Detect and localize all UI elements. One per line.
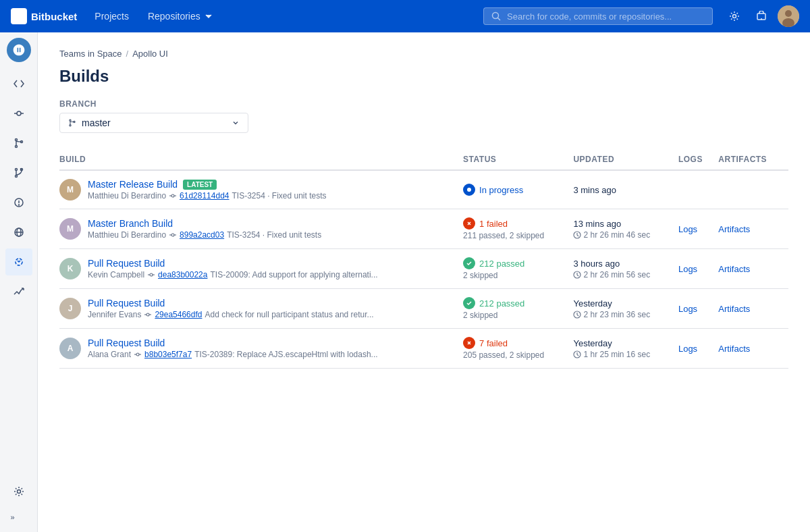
logs-link[interactable]: Logs (678, 224, 697, 234)
build-name-link[interactable]: Master Branch Build (88, 218, 173, 229)
app-name: Bitbucket (31, 11, 77, 22)
status-sub: 2 skipped (463, 311, 565, 320)
updated-sub: 1 hr 25 min 16 sec (573, 350, 670, 359)
builds-table: Build Status Updated Logs Artifacts M Ma… (59, 149, 788, 369)
updated-cell: 3 mins ago (573, 185, 670, 195)
sidebar-deploys-icon[interactable] (5, 278, 32, 305)
logs-link[interactable]: Logs (678, 344, 697, 354)
breadcrumb-org[interactable]: Teams in Space (59, 49, 122, 59)
status-label: In progress (479, 185, 523, 195)
build-name-link[interactable]: Pull Request Build (88, 338, 165, 348)
duration: 2 hr 26 min 46 sec (583, 230, 650, 240)
svg-point-11 (15, 139, 17, 141)
artifacts-link[interactable]: Artifacts (718, 264, 750, 274)
author-name: Alana Grant (88, 350, 131, 359)
commit-message: Add check for null participant status an… (205, 310, 373, 319)
build-meta: Alana Grant b8b03e5f7a7 TIS-20389: Repla… (88, 350, 378, 359)
svg-point-47 (146, 313, 149, 316)
commit-message: TIS-3254 · Fixed unit tests (227, 230, 321, 240)
dropdown-chevron-icon (232, 119, 240, 127)
svg-point-37 (171, 234, 174, 236)
build-name-row: Pull Request Build (88, 298, 374, 309)
status-icon (463, 184, 475, 196)
author-avatar: J (59, 298, 81, 319)
build-cell: M Master Release Build LATEST Matthieu D… (59, 179, 455, 201)
notifications-icon[interactable] (751, 5, 772, 27)
svg-point-2 (733, 15, 736, 18)
sidebar-settings-icon[interactable] (5, 478, 32, 505)
status-main: 1 failed (463, 217, 565, 230)
build-info: Master Release Build LATEST Matthieu Di … (88, 179, 327, 201)
breadcrumb-repo[interactable]: Apollo UI (132, 49, 168, 59)
build-name-row: Pull Request Build (88, 338, 378, 348)
commit-message: TIS-3254 · Fixed unit tests (232, 191, 326, 201)
clock-icon (573, 271, 581, 279)
status-sub: 211 passed, 2 skipped (463, 231, 565, 240)
branch-icon (68, 119, 76, 127)
col-build: Build (59, 149, 463, 170)
author-avatar: K (59, 258, 81, 280)
status-icon (463, 297, 475, 309)
sidebar-expand-button[interactable]: » (5, 508, 32, 527)
commit-hash-link[interactable]: 29ea5466dfd (155, 310, 202, 319)
sidebar-pipelines-icon[interactable] (5, 248, 32, 275)
chevron-down-icon (203, 11, 214, 22)
breadcrumb-sep: / (126, 49, 129, 59)
status-cell: 7 failed 205 passed, 2 skipped (463, 337, 565, 360)
build-info: Pull Request Build Kevin Campbell dea83b… (88, 258, 378, 280)
build-cell: M Master Branch Build Matthieu Di Berard… (59, 218, 455, 240)
top-navigation: Bitbucket Projects Repositories (0, 0, 810, 32)
commit-message: TIS-20009: Add support for applying alte… (210, 270, 377, 280)
commit-hash-link[interactable]: dea83b0022a (158, 270, 207, 280)
build-info: Master Branch Build Matthieu Di Berardin… (88, 218, 321, 240)
artifacts-link[interactable]: Artifacts (718, 224, 750, 234)
search-bar[interactable] (483, 7, 713, 25)
app-logo[interactable]: Bitbucket (11, 8, 77, 24)
branch-value: master (82, 117, 226, 128)
artifacts-link[interactable]: Artifacts (718, 304, 750, 314)
logs-link[interactable]: Logs (678, 264, 697, 274)
sidebar-commits-icon[interactable] (5, 100, 32, 127)
artifacts-link[interactable]: Artifacts (718, 344, 750, 354)
branch-selector[interactable]: master (59, 113, 248, 133)
page-title: Builds (59, 67, 788, 86)
svg-point-12 (15, 146, 17, 148)
topnav-icons (724, 5, 799, 27)
sidebar-wiki-icon[interactable] (5, 219, 32, 246)
col-status: Status (463, 149, 573, 170)
svg-point-29 (70, 119, 71, 121)
commit-hash-link[interactable]: 899a2acd03 (180, 230, 224, 240)
commit-hash-link[interactable]: 61d28114dd4 (180, 191, 229, 201)
status-cell: 212 passed 2 skipped (463, 257, 565, 280)
table-row: A Pull Request Build Alana Grant b8b03e5… (59, 329, 788, 369)
logo-icon (11, 8, 27, 24)
build-name-link[interactable]: Pull Request Build (88, 298, 165, 309)
user-avatar[interactable] (778, 5, 799, 27)
duration: 1 hr 25 min 16 sec (583, 350, 650, 359)
commit-hash-link[interactable]: b8b03e5f7a7 (144, 350, 192, 359)
sidebar-prs-icon[interactable] (5, 159, 32, 186)
projects-link[interactable]: Projects (88, 7, 136, 26)
sidebar-issues-icon[interactable] (5, 189, 32, 216)
svg-line-1 (498, 18, 501, 21)
logs-link[interactable]: Logs (678, 304, 697, 314)
sidebar-branches-icon[interactable] (5, 130, 32, 157)
build-meta: Matthieu Di Berardino 61d28114dd4 TIS-32… (88, 191, 327, 201)
build-cell: K Pull Request Build Kevin Campbell dea8… (59, 258, 455, 280)
search-input[interactable] (507, 11, 705, 22)
author-name: Jennifer Evans (88, 310, 141, 319)
repositories-link[interactable]: Repositories (141, 7, 221, 26)
table-row: K Pull Request Build Kevin Campbell dea8… (59, 249, 788, 289)
build-name-row: Master Release Build LATEST (88, 179, 327, 190)
updated-cell: Yesterday 1 hr 25 min 16 sec (573, 338, 670, 359)
repo-icon[interactable] (7, 38, 31, 62)
build-name-link[interactable]: Pull Request Build (88, 258, 165, 269)
sidebar-source-icon[interactable] (5, 70, 32, 97)
build-name-link[interactable]: Master Release Build (88, 179, 178, 190)
settings-icon[interactable] (724, 5, 745, 27)
build-name-row: Pull Request Build (88, 258, 378, 269)
author-name: Matthieu Di Berardino (88, 191, 166, 201)
duration: 2 hr 23 min 36 sec (583, 310, 650, 319)
clock-icon (573, 231, 581, 239)
table-row: J Pull Request Build Jennifer Evans 29ea… (59, 289, 788, 329)
